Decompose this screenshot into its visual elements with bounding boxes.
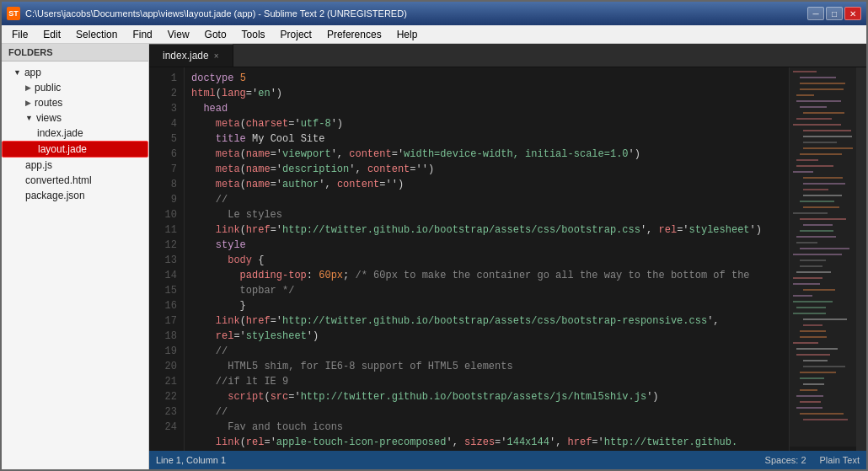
tree-label: converted.html (25, 174, 92, 186)
line-num: 18 (149, 329, 177, 344)
code-line: link(rel='apple-touch-icon-precomposed',… (191, 435, 782, 450)
tree-item-packagejson[interactable]: package.json (2, 188, 148, 203)
code-line: link(href='http://twitter.github.io/boot… (191, 222, 782, 238)
arrow-icon: ▶ (25, 83, 31, 92)
code-line: HTML5 shim, for IE6-8 support of HTML5 e… (191, 359, 782, 374)
tree-item-views[interactable]: ▼ views (2, 110, 148, 126)
line-numbers: 1 2 3 4 5 6 7 8 9 10 11 12 13 14 (149, 67, 185, 451)
maximize-button[interactable]: □ (826, 7, 843, 20)
tab-filename: index.jade (163, 50, 209, 62)
line-num: 3 (149, 101, 177, 116)
line-num: 14 (149, 268, 177, 283)
main-area: FOLDERS ▼ app ▶ public ▶ routes ▼ views (2, 44, 866, 469)
tree-item-app[interactable]: ▼ app (2, 65, 148, 80)
menu-item-view[interactable]: View (161, 27, 196, 42)
tree-item-index-jade[interactable]: index.jade (2, 126, 148, 141)
menu-item-project[interactable]: Project (274, 27, 319, 42)
sidebar: FOLDERS ▼ app ▶ public ▶ routes ▼ views (2, 44, 149, 469)
code-line: } (191, 298, 782, 313)
menu-item-preferences[interactable]: Preferences (320, 27, 388, 42)
code-line: // (191, 404, 782, 420)
menu-item-goto[interactable]: Goto (198, 27, 233, 42)
close-button[interactable]: ✕ (844, 7, 861, 20)
code-content[interactable]: doctype 5 html(lang='en') head meta(char… (185, 67, 789, 451)
code-line: topbar */ (191, 283, 782, 298)
line-num: 20 (149, 359, 177, 374)
code-line: script(src='http://twitter.github.io/boo… (191, 389, 782, 404)
tab-index-jade[interactable]: index.jade × (149, 44, 233, 67)
line-num: 7 (149, 162, 177, 177)
line-num: 23 (149, 404, 177, 420)
line-num: 8 (149, 177, 177, 192)
code-line: Fav and touch icons (191, 420, 782, 435)
code-line: body { (191, 253, 782, 268)
minimize-button[interactable]: ─ (807, 7, 824, 20)
tab-close-button[interactable]: × (214, 51, 219, 61)
minimap (789, 67, 856, 451)
line-num: 11 (149, 222, 177, 238)
menu-item-edit[interactable]: Edit (36, 27, 67, 42)
tree-item-layout-jade[interactable]: layout.jade (2, 141, 148, 158)
code-line: Le styles (191, 207, 782, 222)
minimap-canvas (790, 67, 856, 447)
line-num: 5 (149, 131, 177, 147)
status-syntax: Plain Text (820, 455, 860, 465)
menu-item-tools[interactable]: Tools (235, 27, 272, 42)
app-icon: ST (7, 7, 20, 20)
tree-label: public (35, 82, 61, 94)
code-line: rel='stylesheet') (191, 329, 782, 344)
window-title: C:\Users\jacobs\Documents\app\views\layo… (25, 8, 407, 19)
tree-label: index.jade (37, 127, 83, 139)
line-num: 1 (149, 71, 177, 86)
tree-label: layout.jade (38, 143, 87, 155)
line-num: 10 (149, 207, 177, 222)
code-line: link(href='http://twitter.github.io/boot… (191, 313, 782, 329)
tree-item-public[interactable]: ▶ public (2, 80, 148, 95)
status-bar: Line 1, Column 1 Spaces: 2 Plain Text (149, 451, 866, 469)
title-bar-left: ST C:\Users\jacobs\Documents\app\views\l… (7, 7, 407, 20)
code-line: meta(name='author', content='') (191, 177, 782, 192)
menu-item-find[interactable]: Find (126, 27, 158, 42)
line-num: 22 (149, 389, 177, 404)
line-num: 9 (149, 192, 177, 207)
menu-item-help[interactable]: Help (390, 27, 425, 42)
line-num: 16 (149, 298, 177, 313)
tree-label: routes (35, 97, 62, 109)
tree-item-routes[interactable]: ▶ routes (2, 95, 148, 110)
arrow-icon: ▶ (25, 99, 31, 107)
line-num: 15 (149, 283, 177, 298)
line-num: 4 (149, 116, 177, 131)
line-num: 2 (149, 86, 177, 101)
menu-item-selection[interactable]: Selection (69, 27, 124, 42)
tree-item-converted-html[interactable]: converted.html (2, 173, 148, 188)
line-num: 6 (149, 147, 177, 162)
tree-label: app.js (25, 159, 52, 171)
window-controls: ─ □ ✕ (807, 7, 861, 20)
tree-label: app (24, 67, 41, 78)
status-spaces: Spaces: 2 (765, 455, 806, 465)
scrollbar[interactable] (856, 67, 866, 451)
main-window: ST C:\Users\jacobs\Documents\app\views\l… (0, 0, 868, 471)
code-editor: 1 2 3 4 5 6 7 8 9 10 11 12 13 14 (149, 67, 866, 451)
code-line: doctype 5 (191, 71, 782, 86)
line-num: 21 (149, 374, 177, 389)
menu-item-file[interactable]: File (5, 27, 35, 42)
line-num: 24 (149, 420, 177, 435)
code-line: title My Cool Site (191, 131, 782, 147)
code-line: style (191, 238, 782, 253)
code-line: meta(charset='utf-8') (191, 116, 782, 131)
tree-label: package.json (25, 190, 85, 201)
sidebar-tree: ▼ app ▶ public ▶ routes ▼ views index.ja… (2, 62, 148, 469)
editor-area: index.jade × 1 2 3 4 5 6 7 8 (149, 44, 866, 469)
code-line: // (191, 344, 782, 359)
line-num: 19 (149, 344, 177, 359)
tree-item-appjs[interactable]: app.js (2, 158, 148, 173)
line-num: 12 (149, 238, 177, 253)
status-position: Line 1, Column 1 (156, 455, 226, 465)
sidebar-header: FOLDERS (2, 44, 148, 62)
line-num: 17 (149, 313, 177, 329)
arrow-icon: ▼ (25, 114, 33, 122)
code-line: //if lt IE 9 (191, 374, 782, 389)
arrow-icon: ▼ (13, 68, 21, 77)
status-right: Spaces: 2 Plain Text (765, 455, 860, 465)
